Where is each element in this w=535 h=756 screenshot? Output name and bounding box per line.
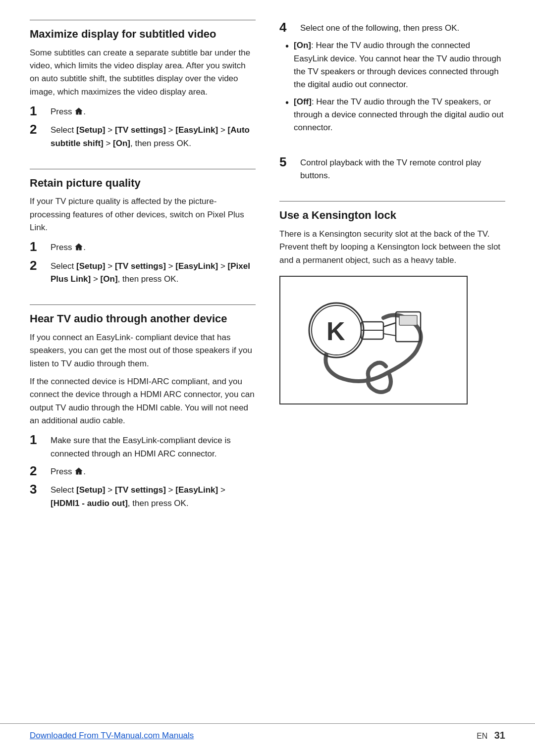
steps-hear: 1 Make sure that the EasyLink-compliant … <box>30 432 256 510</box>
bullet-list-4: • [On]: Hear the TV audio through the co… <box>285 39 505 134</box>
bullet-dot: • <box>285 39 289 53</box>
step-text-1: Press . <box>51 103 86 118</box>
section-body-retain: If your TV picture quality is affected b… <box>30 195 256 234</box>
step-number-2: 2 <box>30 258 48 273</box>
section-kensington: Use a Kensington lock There is a Kensing… <box>279 201 505 404</box>
kensington-diagram: K <box>279 276 468 404</box>
step-text-2: Press . <box>51 463 86 478</box>
section-maximize-display: Maximize display for subtitled video Som… <box>30 20 256 153</box>
footer-page: EN 31 <box>477 730 505 741</box>
step-text-3: Select [Setup] > [TV settings] > [EasyLi… <box>51 482 256 510</box>
step-item-4: 4 Select one of the following, then pres… <box>279 20 505 35</box>
steps-maximize: 1 Press . 2 Select [Setup] > [TV setting… <box>30 103 256 150</box>
step-number-5: 5 <box>279 154 297 170</box>
step-text-1: Make sure that the EasyLink-compliant de… <box>51 432 256 460</box>
step-item: 1 Make sure that the EasyLink-compliant … <box>30 432 256 460</box>
section-step5: 5 Control playback with the TV remote co… <box>279 154 505 186</box>
step-text-4: Select one of the following, then press … <box>300 20 459 35</box>
section-body-maximize: Some subtitles can create a separate sub… <box>30 47 256 99</box>
section-step4: 4 Select one of the following, then pres… <box>279 20 505 139</box>
step-number-3: 3 <box>30 482 48 497</box>
section-divider <box>30 304 256 305</box>
kensington-svg: K <box>289 283 458 397</box>
right-column: 4 Select one of the following, then pres… <box>279 20 505 726</box>
footer: Downloaded From TV-Manual.com Manuals EN… <box>0 723 535 741</box>
steps-retain: 1 Press . 2 Select [Setup] > [TV setting… <box>30 239 256 286</box>
step-item: 3 Select [Setup] > [TV settings] > [Easy… <box>30 482 256 510</box>
step-number-2: 2 <box>30 463 48 479</box>
section-title-retain: Retain picture quality <box>30 176 256 191</box>
step-text-5: Control playback with the TV remote cont… <box>300 154 505 183</box>
step-number-2: 2 <box>30 122 48 137</box>
bullet-dot: • <box>285 96 289 109</box>
section-divider <box>30 20 256 20</box>
step-item: 1 Press . <box>30 239 256 254</box>
step-number-1: 1 <box>30 103 48 119</box>
step-item: 2 Select [Setup] > [TV settings] > [Easy… <box>30 122 256 150</box>
step-number-1: 1 <box>30 432 48 448</box>
footer-page-number: 31 <box>494 730 505 741</box>
step-number-1: 1 <box>30 239 48 254</box>
svg-line-7 <box>383 323 396 327</box>
home-icon <box>74 467 83 476</box>
bullet-text-on: [On]: Hear the TV audio through the conn… <box>294 39 505 91</box>
bullet-item-on: • [On]: Hear the TV audio through the co… <box>285 39 505 91</box>
section-body-hear-1: If you connect an EasyLink- compliant de… <box>30 331 256 370</box>
step-text-2: Select [Setup] > [TV settings] > [EasyLi… <box>51 258 256 286</box>
section-divider <box>30 169 256 169</box>
footer-link[interactable]: Downloaded From TV-Manual.com Manuals <box>30 731 194 741</box>
section-retain-picture: Retain picture quality If your TV pictur… <box>30 169 256 289</box>
step-number-4: 4 <box>279 20 297 35</box>
section-title-maximize: Maximize display for subtitled video <box>30 27 256 42</box>
step-text-2: Select [Setup] > [TV settings] > [EasyLi… <box>51 122 256 150</box>
home-icon <box>74 107 83 116</box>
bullet-text-off: [Off]: Hear the TV audio through the TV … <box>294 96 505 135</box>
svg-line-8 <box>383 334 396 336</box>
footer-lang: EN <box>477 732 487 740</box>
page-content: Maximize display for subtitled video Som… <box>0 0 535 756</box>
left-column: Maximize display for subtitled video Som… <box>30 20 256 726</box>
step-item-5: 5 Control playback with the TV remote co… <box>279 154 505 183</box>
section-title-kensington: Use a Kensington lock <box>279 208 505 223</box>
section-title-hear: Hear TV audio through another device <box>30 312 256 326</box>
section-hear-tv-audio: Hear TV audio through another device If … <box>30 304 256 513</box>
step-item: 2 Select [Setup] > [TV settings] > [Easy… <box>30 258 256 286</box>
svg-rect-6 <box>399 315 417 325</box>
step-item: 2 Press . <box>30 463 256 479</box>
svg-text:K: K <box>326 317 345 346</box>
step-text-1: Press . <box>51 239 86 254</box>
step-item: 1 Press . <box>30 103 256 119</box>
section-body-hear-2: If the connected device is HDMI-ARC comp… <box>30 375 256 427</box>
home-icon <box>74 243 83 252</box>
section-divider-kensington <box>279 201 505 202</box>
bullet-item-off: • [Off]: Hear the TV audio through the T… <box>285 96 505 135</box>
section-body-kensington: There is a Kensington security slot at t… <box>279 228 505 267</box>
